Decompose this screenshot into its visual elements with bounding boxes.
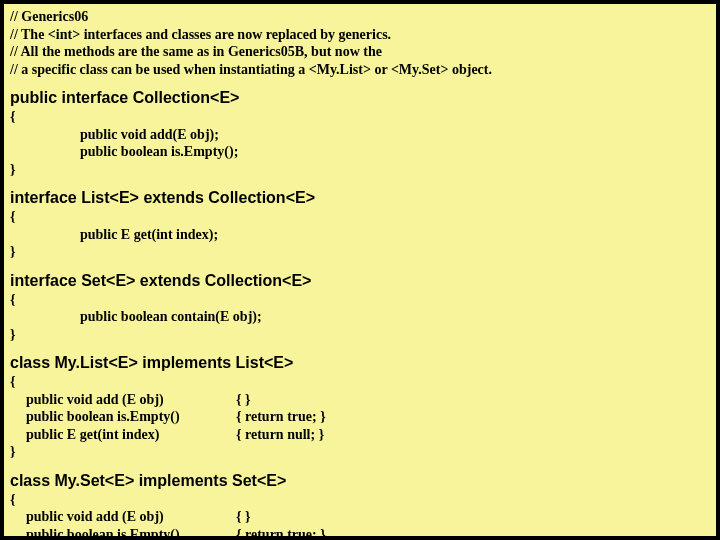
open-brace: { [10, 291, 710, 309]
interface-collection-heading: public interface Collection<E> [10, 88, 710, 108]
comment-line: // a specific class can be used when ins… [10, 61, 710, 79]
method-line: public boolean is.Empty() { return true;… [10, 526, 710, 541]
open-brace: { [10, 373, 710, 391]
code-slide: // Generics06 // The <int> interfaces an… [2, 2, 718, 538]
method-line: public void add (E obj) { } [10, 391, 710, 409]
method-body: { } [236, 391, 251, 409]
method-line: public boolean is.Empty() { return true;… [10, 408, 710, 426]
open-brace: { [10, 108, 710, 126]
method-line: public boolean is.Empty(); [10, 143, 710, 161]
close-brace: } [10, 326, 710, 344]
method-body: { return null; } [236, 426, 324, 444]
comment-line: // Generics06 [10, 8, 710, 26]
method-signature: public boolean is.Empty() [26, 408, 236, 426]
class-myset-heading: class My.Set<E> implements Set<E> [10, 471, 710, 491]
comment-line: // All the methods are the same as in Ge… [10, 43, 710, 61]
method-signature: public boolean is.Empty() [26, 526, 236, 541]
method-line: public E get(int index); [10, 226, 710, 244]
method-line: public void add(E obj); [10, 126, 710, 144]
method-body: { return true; } [236, 408, 326, 426]
close-brace: } [10, 243, 710, 261]
open-brace: { [10, 208, 710, 226]
method-signature: public E get(int index) [26, 426, 236, 444]
method-line: public boolean contain(E obj); [10, 308, 710, 326]
close-brace: } [10, 161, 710, 179]
interface-list-heading: interface List<E> extends Collection<E> [10, 188, 710, 208]
interface-set-heading: interface Set<E> extends Collection<E> [10, 271, 710, 291]
method-body: { return true; } [236, 526, 326, 541]
method-signature: public void add (E obj) [26, 508, 236, 526]
method-line: public E get(int index) { return null; } [10, 426, 710, 444]
close-brace: } [10, 443, 710, 461]
method-line: public void add (E obj) { } [10, 508, 710, 526]
class-mylist-heading: class My.List<E> implements List<E> [10, 353, 710, 373]
comment-line: // The <int> interfaces and classes are … [10, 26, 710, 44]
open-brace: { [10, 491, 710, 509]
method-signature: public void add (E obj) [26, 391, 236, 409]
method-body: { } [236, 508, 251, 526]
